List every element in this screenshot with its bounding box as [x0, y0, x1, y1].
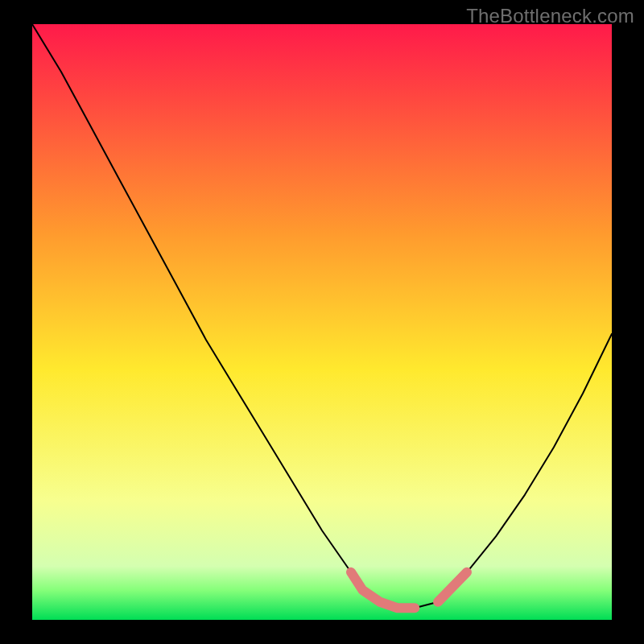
chart-frame: TheBottleneck.com	[0, 0, 644, 644]
bottleneck-chart	[32, 24, 612, 620]
plot-area	[32, 24, 612, 620]
watermark-text: TheBottleneck.com	[466, 5, 634, 27]
